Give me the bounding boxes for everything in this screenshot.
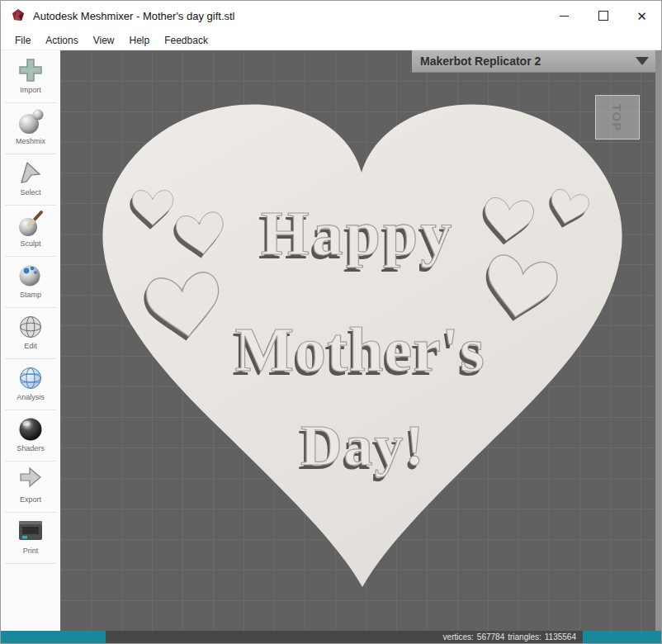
tool-label: Export <box>20 495 41 504</box>
edit-wireframe-icon <box>15 310 46 342</box>
tool-label: Shaders <box>17 444 45 452</box>
tool-import[interactable]: Import <box>5 52 56 103</box>
triangles-value: 1135564 <box>545 632 576 642</box>
tool-export[interactable]: Export <box>5 462 56 513</box>
title-bar: Autodesk Meshmixer - Mother's day gift.s… <box>1 1 661 31</box>
analysis-sphere-icon <box>15 362 46 393</box>
model-canvas: Happy Happy Mother's Mother's Day! Day! <box>60 50 661 631</box>
tool-print[interactable]: Print <box>5 513 56 564</box>
close-button[interactable]: ✕ <box>622 1 661 31</box>
tool-stamp[interactable]: Stamp <box>5 257 56 308</box>
maximize-button[interactable] <box>584 1 622 31</box>
menu-actions[interactable]: Actions <box>38 35 85 46</box>
menu-view[interactable]: View <box>86 35 122 46</box>
right-edge-strip <box>655 50 661 631</box>
shaders-sphere-icon <box>15 413 46 444</box>
window-title: Autodesk Meshmixer - Mother's day gift.s… <box>33 10 235 22</box>
printer-icon <box>15 515 46 547</box>
tool-label: Select <box>20 188 40 197</box>
tool-label: Meshmix <box>16 137 45 145</box>
view-cube[interactable]: TOP <box>595 95 640 140</box>
menu-help[interactable]: Help <box>122 35 158 46</box>
view-cube-label: TOP <box>610 103 624 131</box>
tool-label: Edit <box>24 342 37 350</box>
meshmixer-logo-icon <box>11 8 26 23</box>
sculpt-brush-icon <box>15 208 46 239</box>
tool-sidebar: Import Meshmix Select Sculpt Stamp <box>1 50 60 631</box>
meshmixer-window: Autodesk Meshmixer - Mother's day gift.s… <box>0 0 662 644</box>
tool-label: Print <box>23 547 39 555</box>
viewport-3d[interactable]: Happy Happy Mother's Mother's Day! Day! … <box>60 50 661 631</box>
mesh-stats: vertices: 567784 triangles: 1135564 <box>106 631 583 643</box>
tool-analysis[interactable]: Analysis <box>5 359 56 410</box>
tool-label: Stamp <box>20 291 41 299</box>
tool-label: Import <box>20 86 41 94</box>
import-plus-icon <box>15 54 46 86</box>
printer-selector-label: Makerbot Replicator 2 <box>420 54 541 68</box>
printer-selector-dropdown[interactable]: Makerbot Replicator 2 <box>412 50 657 73</box>
maximize-icon <box>598 11 608 21</box>
tool-edit[interactable]: Edit <box>5 308 56 359</box>
menu-bar: File Actions View Help Feedback <box>1 31 661 50</box>
dropdown-caret-icon <box>636 57 649 65</box>
status-bar: vertices: 567784 triangles: 1135564 <box>1 631 661 643</box>
select-cursor-icon <box>15 157 46 188</box>
vertices-label: vertices: <box>443 632 474 642</box>
close-icon: ✕ <box>636 10 647 22</box>
model-text-line2: Mother's <box>234 315 485 384</box>
menu-feedback[interactable]: Feedback <box>157 35 215 46</box>
tool-label: Sculpt <box>20 239 40 248</box>
triangles-label: triangles: <box>508 632 541 642</box>
minimize-icon <box>560 16 569 17</box>
meshmix-spheres-icon <box>15 106 46 137</box>
vertices-value: 567784 <box>477 632 504 642</box>
menu-file[interactable]: File <box>7 35 38 46</box>
window-controls: ✕ <box>545 1 661 31</box>
tool-shaders[interactable]: Shaders <box>5 410 56 462</box>
export-arrow-icon <box>15 464 46 495</box>
model-text-line3: Day! <box>300 414 426 477</box>
tool-meshmix[interactable]: Meshmix <box>5 103 56 154</box>
tool-sculpt[interactable]: Sculpt <box>5 206 56 257</box>
tool-select[interactable]: Select <box>5 154 56 206</box>
minimize-button[interactable] <box>545 1 584 31</box>
tool-label: Analysis <box>17 393 45 401</box>
model-text-line1: Happy <box>261 198 455 268</box>
stamp-sphere-icon <box>15 259 46 291</box>
